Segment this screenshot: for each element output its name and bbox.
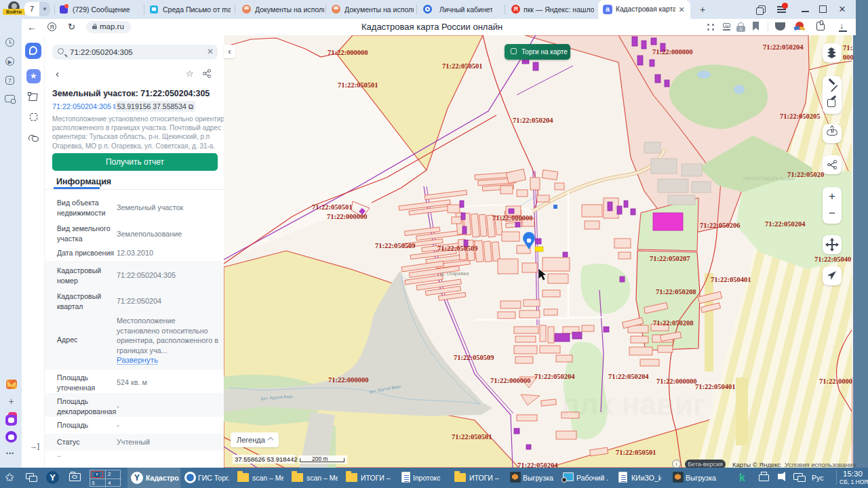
svg-text:ГОРНОСПАСАТЕЛЬНЫЙ: ГОРНОСПАСАТЕЛЬНЫЙ (743, 176, 795, 181)
svg-text:71:22:050204: 71:22:050204 (763, 43, 804, 51)
svg-text:71:22:050204: 71:22:050204 (517, 462, 558, 468)
svg-text:71:22:000000: 71:22:000000 (328, 376, 369, 384)
svg-text:71:22:000000: 71:22:000000 (492, 214, 533, 222)
svg-text:71:22:050509: 71:22:050509 (454, 354, 494, 361)
svg-text:71:22:050501: 71:22:050501 (442, 62, 483, 70)
svg-text:д. Огаревка: д. Огаревка (441, 270, 469, 277)
svg-text:71:22:050204: 71:22:050204 (608, 373, 649, 380)
svg-text:плк навиг: плк навиг (561, 388, 705, 421)
svg-text:71:22:000000: 71:22:000000 (490, 377, 531, 384)
svg-text:71:22:050501: 71:22:050501 (338, 81, 378, 89)
svg-text:71:22:050501: 71:22:050501 (616, 449, 656, 456)
svg-text:71:22:050501: 71:22:050501 (312, 203, 353, 211)
svg-text:71:22:000000: 71:22:000000 (652, 48, 693, 56)
svg-text:71:22:000000: 71:22:000000 (328, 49, 368, 56)
svg-text:71:22:000000: 71:22:000000 (327, 213, 368, 220)
svg-text:71:22:05040: 71:22:05040 (814, 256, 851, 263)
svg-text:71:22:050206: 71:22:050206 (700, 222, 741, 229)
svg-text:71:22:050204: 71:22:050204 (534, 373, 575, 380)
svg-text:71:22:050208: 71:22:050208 (653, 319, 694, 327)
svg-text:71:2: 71:2 (843, 44, 853, 52)
svg-text:71:22:050207: 71:22:050207 (650, 255, 690, 262)
svg-text:71:22:000000: 71:22:000000 (656, 378, 697, 385)
svg-text:000: 000 (843, 54, 853, 61)
svg-text:71:22:050204: 71:22:050204 (513, 117, 553, 124)
svg-text:71:22:050509: 71:22:050509 (437, 245, 478, 252)
svg-text:71:22:050205: 71:22:050205 (780, 113, 821, 120)
svg-text:71:22:050501: 71:22:050501 (452, 433, 492, 441)
svg-text:71:22:050509: 71:22:050509 (375, 242, 416, 249)
svg-text:71:22:050401: 71:22:050401 (695, 383, 736, 390)
svg-text:71:22:0000: 71:22:0000 (819, 378, 852, 385)
svg-text:71:22:050401: 71:22:050401 (711, 276, 751, 283)
svg-text:71:22:050204: 71:22:050204 (765, 220, 806, 228)
svg-text:71:22:050208: 71:22:050208 (656, 288, 696, 296)
